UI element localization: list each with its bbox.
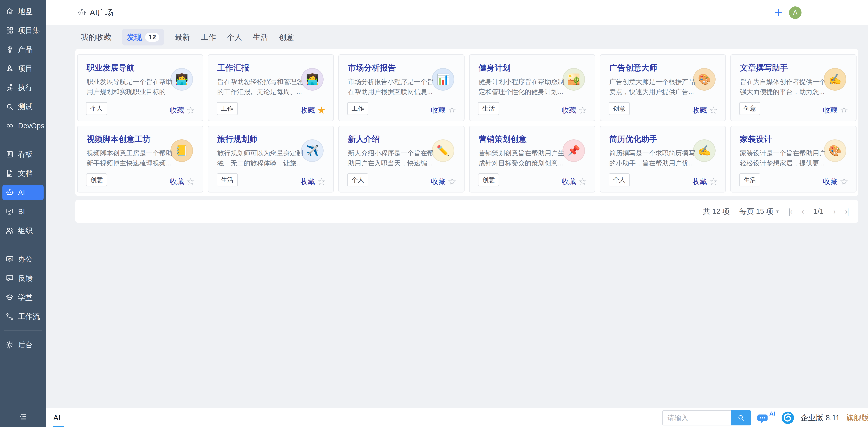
tab-生活[interactable]: 生活 xyxy=(253,32,268,42)
workflow-icon xyxy=(5,312,14,321)
favorite-button[interactable]: 收藏☆ xyxy=(431,105,456,115)
app-card[interactable]: 职业发展导航👩‍💻职业发展导航是一个旨在帮助用户规划和实现职业目标的A...个人… xyxy=(77,54,203,121)
favorite-button[interactable]: 收藏☆ xyxy=(562,105,587,115)
favorite-label: 收藏 xyxy=(692,105,707,115)
card-footer: 创意收藏☆ xyxy=(609,102,718,115)
sidebar-item-rocket[interactable]: 项目 xyxy=(0,59,46,78)
sidebar-item-label: 地盘 xyxy=(18,6,33,16)
favorite-button[interactable]: 收藏☆ xyxy=(823,177,848,186)
sidebar-item-robot[interactable]: AI xyxy=(0,183,46,202)
page-indicator: 1/1 xyxy=(813,207,824,216)
ai-chat-button[interactable]: AI xyxy=(757,410,775,425)
app-card[interactable]: 工作汇报👩‍💻旨在帮助您轻松撰写和管理您的工作汇报。无论是每周、...工作收藏★ xyxy=(208,54,334,121)
sidebar-item-grid[interactable]: 项目集 xyxy=(0,21,46,40)
sidebar-item-monitor[interactable]: BI xyxy=(0,202,46,221)
favorite-label: 收藏 xyxy=(431,177,446,186)
sidebar-item-runner[interactable]: 执行 xyxy=(0,78,46,97)
zentao-logo-icon[interactable] xyxy=(781,411,794,424)
robot-icon xyxy=(77,8,86,17)
header: AI广场 + A xyxy=(46,0,868,25)
card-footer: 个人收藏☆ xyxy=(86,102,195,115)
edition-link[interactable]: 旗舰版 ↑ xyxy=(846,413,868,423)
sidebar-item-label: 后台 xyxy=(18,340,33,350)
first-page-button[interactable]: |‹ xyxy=(788,207,792,216)
magnifier-icon xyxy=(5,102,14,111)
favorite-button[interactable]: 收藏☆ xyxy=(692,177,718,186)
favorite-button[interactable]: 收藏☆ xyxy=(823,105,848,115)
sidebar-item-gear[interactable]: 后台 xyxy=(0,335,46,355)
page-size-select[interactable]: 每页 15 项 ▾ xyxy=(739,207,779,216)
app-card[interactable]: 旅行规划师✈️旅行规划师可以为您量身定制独一无二的旅程体验，让旅...生活收藏☆ xyxy=(208,126,334,192)
sidebar-item-people[interactable]: 组织 xyxy=(0,221,46,240)
star-icon: ☆ xyxy=(840,105,848,115)
tab-label: 最新 xyxy=(175,33,190,41)
sidebar-item-school[interactable]: 学堂 xyxy=(0,288,46,307)
sidebar-item-label: 产品 xyxy=(18,44,33,54)
tab-个人[interactable]: 个人 xyxy=(227,32,242,42)
svg-text:OA: OA xyxy=(8,257,12,260)
sidebar-item-feedback[interactable]: 反馈 xyxy=(0,269,46,288)
sidebar-item-bulb[interactable]: 产品 xyxy=(0,40,46,59)
app-card[interactable]: 家装设计🎨家装设计是一个旨在帮助用户轻松设计梦想家居，提供更...生活收藏☆ xyxy=(730,126,857,192)
tab-我的收藏[interactable]: 我的收藏 xyxy=(81,32,112,42)
card-footer: 创意收藏☆ xyxy=(86,174,195,186)
page-size-label: 每页 15 项 xyxy=(739,207,773,216)
card-title: 旅行规划师 xyxy=(217,134,257,145)
favorite-button[interactable]: 收藏☆ xyxy=(431,177,456,186)
last-page-button[interactable]: ›| xyxy=(845,207,848,216)
sidebar-item-label: 组织 xyxy=(18,226,33,236)
card-tag: 个人 xyxy=(347,174,368,186)
star-icon: ★ xyxy=(317,105,326,115)
page-title: AI广场 xyxy=(90,7,113,18)
sidebar-item-oa[interactable]: OA办公 xyxy=(0,250,46,269)
tab-创意[interactable]: 创意 xyxy=(279,32,294,42)
sidebar-item-document[interactable]: 文档 xyxy=(0,164,46,183)
card-title: 视频脚本创意工坊 xyxy=(87,134,151,145)
prev-page-button[interactable]: ‹ xyxy=(802,207,804,216)
app-card[interactable]: 健身计划🏜️健身计划小程序旨在帮助您制定和管理个性化的健身计划...生活收藏☆ xyxy=(469,54,595,121)
app-card[interactable]: 视频脚本创意工坊📒视频脚本创意工房是一个帮助新手视频博主快速梳理视频...创意收… xyxy=(77,126,203,192)
search-button[interactable] xyxy=(732,410,751,425)
cards-grid: 职业发展导航👩‍💻职业发展导航是一个旨在帮助用户规划和实现职业目标的A...个人… xyxy=(77,54,857,192)
favorite-button[interactable]: 收藏☆ xyxy=(300,177,326,186)
app-card[interactable]: 新人介绍✏️新人介绍小程序是一个旨在帮助用户在入职当天，快速编...个人收藏☆ xyxy=(338,126,465,192)
sidebar-item-label: 文档 xyxy=(18,169,33,178)
create-button[interactable]: + xyxy=(774,6,782,20)
next-page-button[interactable]: › xyxy=(833,207,835,216)
card-title: 工作汇报 xyxy=(217,62,249,73)
user-avatar[interactable]: A xyxy=(789,6,802,19)
app-card[interactable]: 广告创意大师🎨广告创意大师是一个根据产品卖点，快速为用户提供广告...创意收藏☆ xyxy=(600,54,726,121)
app-card[interactable]: 营销策划创意📌营销策划创意旨在帮助用户生成针对目标受众的策划创意...创意收藏☆ xyxy=(469,126,595,192)
sidebar-collapse-button[interactable] xyxy=(0,411,46,424)
card-tag: 生活 xyxy=(739,174,761,186)
favorite-button[interactable]: 收藏☆ xyxy=(562,177,587,186)
sidebar-item-workflow[interactable]: 工作流 xyxy=(0,307,46,326)
card-description: 广告创意大师是一个根据产品卖点，快速为用户提供广告... xyxy=(609,77,697,97)
monitor-icon xyxy=(5,207,14,216)
sidebar-item-magnifier[interactable]: 测试 xyxy=(0,97,46,116)
tab-发现[interactable]: 发现12 xyxy=(122,29,164,45)
tab-最新[interactable]: 最新 xyxy=(175,32,190,42)
sidebar-item-label: 项目 xyxy=(18,64,33,73)
sidebar-item-kanban[interactable]: 看板 xyxy=(0,145,46,164)
footer-tab-ai[interactable]: AI xyxy=(53,408,61,427)
tab-工作[interactable]: 工作 xyxy=(201,32,216,42)
favorite-button[interactable]: 收藏☆ xyxy=(169,105,195,115)
app-card[interactable]: 简历优化助手✍️简历撰写是一个求职简历撰写的小助手，旨在帮助用户优...个人收藏… xyxy=(600,126,726,192)
sidebar-item-label: 办公 xyxy=(18,254,33,264)
sidebar-item-home[interactable]: 地盘 xyxy=(0,2,46,21)
favorite-button[interactable]: 收藏☆ xyxy=(692,105,718,115)
card-footer: 生活收藏☆ xyxy=(217,174,326,186)
rocket-icon xyxy=(5,64,14,73)
chat-ai-label: AI xyxy=(769,410,775,417)
school-icon xyxy=(5,293,14,302)
search-input[interactable] xyxy=(662,410,732,425)
app-card[interactable]: 市场分析报告📊市场分析报告小程序是一个旨在帮助用户根据互联网信息...工作收藏☆ xyxy=(338,54,465,121)
star-icon: ☆ xyxy=(578,105,587,115)
sidebar-item-infinity[interactable]: DevOps xyxy=(0,116,46,135)
favorite-button[interactable]: 收藏★ xyxy=(300,105,326,115)
card-footer: 工作收藏★ xyxy=(217,102,326,115)
app-card[interactable]: 文章撰写助手✍️旨在为自媒体创作者提供一个强大而便捷的平台，助力您...创意收藏… xyxy=(730,54,857,121)
category-tabs: 我的收藏发现12最新工作个人生活创意 xyxy=(81,25,294,49)
favorite-button[interactable]: 收藏☆ xyxy=(169,177,195,186)
